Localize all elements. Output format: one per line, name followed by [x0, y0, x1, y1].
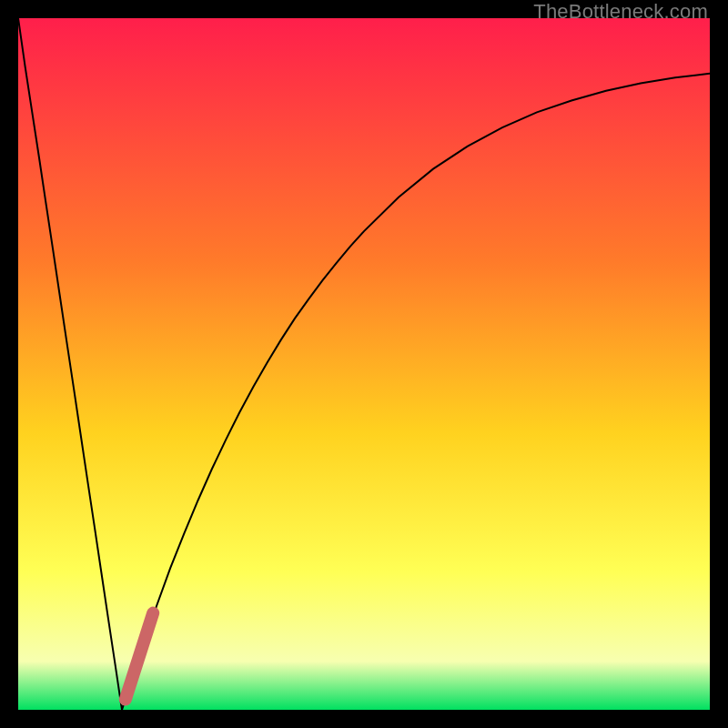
watermark-text: TheBottleneck.com [533, 0, 708, 24]
chart-svg [18, 18, 710, 710]
chart-frame: TheBottleneck.com [0, 0, 728, 728]
plot-area [18, 18, 710, 710]
gradient-background [18, 18, 710, 710]
